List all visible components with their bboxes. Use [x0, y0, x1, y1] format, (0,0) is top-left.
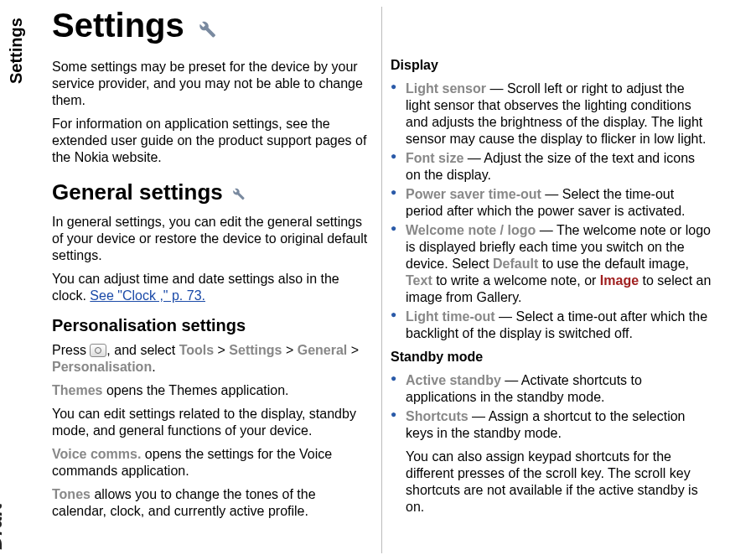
- themes-term: Themes: [52, 383, 102, 397]
- list-item: Shortcuts — Assign a shortcut to the sel…: [391, 408, 712, 442]
- themes-paragraph: Themes opens the Themes application.: [52, 382, 373, 399]
- tones-paragraph: Tones allows you to change the tones of …: [52, 486, 373, 520]
- draft-watermark: Draft: [0, 503, 7, 550]
- right-column: Display Light sensor — Scroll left or ri…: [382, 7, 720, 553]
- personalisation-nav-path: Press , and select Tools > Settings > Ge…: [52, 342, 373, 376]
- edit-settings-paragraph: You can edit settings related to the dis…: [52, 406, 373, 439]
- list-item: Power saver time-out — Select the time-o…: [391, 186, 712, 220]
- personalisation-heading: Personalisation settings: [52, 316, 373, 335]
- wrench-small-icon: [229, 181, 246, 207]
- standby-list: Active standby — Activate shortcuts to a…: [391, 372, 712, 442]
- section-tab-label: Settings: [7, 18, 26, 84]
- see-clock-link[interactable]: See "Clock ," p. 73.: [90, 288, 205, 303]
- nav-tools: Tools: [179, 343, 214, 357]
- general-paragraph-1: In general settings, you can edit the ge…: [52, 214, 373, 264]
- voice-comms-paragraph: Voice comms. opens the settings for the …: [52, 446, 373, 480]
- list-item: Welcome note / logo — The welcome note o…: [391, 222, 712, 306]
- general-settings-heading: General settings: [52, 179, 373, 207]
- general-settings-title: General settings: [52, 179, 223, 205]
- standby-note: You can also assign keypad shortcuts for…: [391, 449, 712, 516]
- display-heading: Display: [391, 57, 712, 74]
- wrench-icon: [194, 9, 217, 47]
- menu-key-icon: [90, 344, 106, 357]
- list-item: Font size — Adjust the size of the text …: [391, 150, 712, 184]
- page-content: Settings Some settings may be preset for…: [44, 7, 720, 553]
- general-paragraph-2: You can adjust time and date settings al…: [52, 271, 373, 304]
- voice-term: Voice comms.: [52, 447, 141, 461]
- left-column: Settings Some settings may be preset for…: [44, 7, 382, 553]
- tones-term: Tones: [52, 487, 91, 501]
- page-title-text: Settings: [52, 7, 184, 44]
- list-item: Light time-out — Select a time-out after…: [391, 309, 712, 342]
- standby-heading: Standby mode: [391, 349, 712, 366]
- list-item: Active standby — Activate shortcuts to a…: [391, 372, 712, 406]
- nav-personalisation: Personalisation: [52, 360, 152, 374]
- nav-general: General: [298, 343, 348, 357]
- display-list: Light sensor — Scroll left or right to a…: [391, 80, 712, 342]
- intro-paragraph-1: Some settings may be preset for the devi…: [52, 59, 373, 109]
- nav-settings: Settings: [229, 343, 282, 357]
- list-item: Light sensor — Scroll left or right to a…: [391, 80, 712, 148]
- intro-paragraph-2: For information on application settings,…: [52, 116, 373, 166]
- side-tab: Settings Draft: [2, 0, 32, 560]
- page-title: Settings: [52, 7, 373, 47]
